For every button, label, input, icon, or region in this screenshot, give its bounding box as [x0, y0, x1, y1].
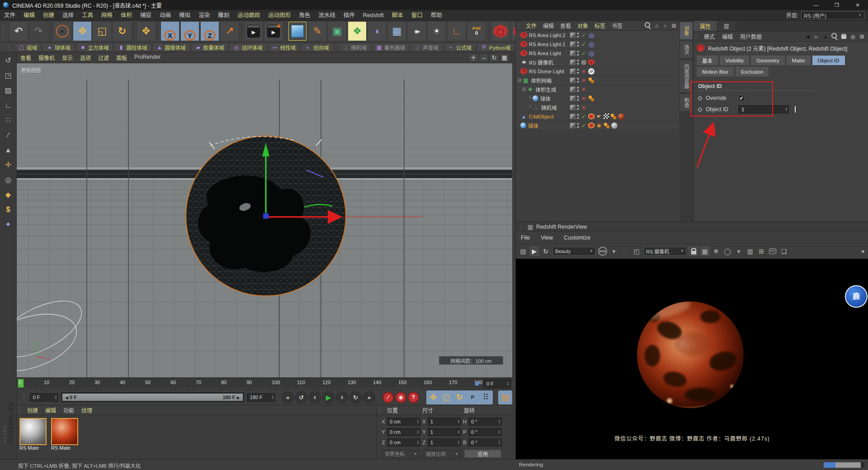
toolbar-button[interactable] [93, 21, 112, 41]
palette-tool-icon[interactable] [3, 130, 14, 141]
toolbar-button[interactable] [137, 21, 156, 41]
layer-tag[interactable] [570, 60, 576, 65]
coords-grip[interactable] [378, 407, 382, 414]
viewport-nav-icon[interactable] [469, 54, 478, 62]
side-tab[interactable]: 内容浏览器 [679, 60, 693, 93]
toolbar-button[interactable] [328, 21, 347, 41]
section-header[interactable]: Object ID [698, 83, 816, 91]
rv-tool-icon[interactable] [530, 247, 539, 256]
menu-item[interactable]: 文件 [0, 10, 19, 21]
toolbar-button[interactable] [447, 21, 466, 41]
object-tag-icon[interactable] [588, 122, 594, 129]
position-field[interactable]: 0 cm [387, 438, 420, 446]
coordinate-system-select[interactable]: 世界坐标▼ [382, 450, 420, 458]
side-tab[interactable]: 对象 [679, 22, 693, 40]
materials-menu-item[interactable]: 编辑 [42, 406, 60, 414]
menu-item[interactable]: 捕捉 [136, 10, 156, 21]
layer-tag[interactable] [570, 123, 576, 128]
object-name[interactable]: 球体 [528, 122, 538, 129]
palette-tool-icon[interactable] [3, 219, 14, 230]
menu-item[interactable]: 雕刻 [214, 10, 233, 21]
object-tag-icon[interactable] [588, 50, 594, 56]
palette-tool-icon[interactable] [3, 85, 14, 96]
object-name[interactable]: 随机域 [541, 104, 557, 111]
field-button[interactable]: 线性域 [268, 43, 300, 52]
field-button[interactable]: 圆锥体域 [153, 43, 190, 52]
view-label[interactable]: 透视视图 [21, 66, 41, 75]
object-tag-icon[interactable] [604, 122, 610, 129]
toolbar-button[interactable] [467, 21, 486, 41]
enable-state-icon[interactable] [580, 122, 587, 129]
toolbar-button[interactable]: Z [200, 21, 219, 41]
rv-tool-icon[interactable] [598, 247, 607, 256]
record-button[interactable] [382, 392, 394, 403]
transport-button[interactable] [349, 391, 362, 404]
field-button[interactable]: 声音域 [410, 43, 443, 52]
visibility-dots[interactable] [577, 122, 579, 128]
object-name[interactable]: RS Area Light.2 [529, 33, 566, 38]
object-row[interactable]: RS Dome Light [516, 67, 679, 76]
visibility-dots[interactable] [577, 113, 579, 119]
scale-mode-select[interactable]: 缩放比例▼ [423, 450, 461, 458]
visibility-dots[interactable] [577, 86, 579, 92]
layer-tag[interactable] [570, 51, 576, 56]
position-field[interactable]: 0 cm [387, 428, 420, 436]
rotation-field[interactable]: 0 ° [468, 418, 502, 426]
toolbar-overflow-chevron[interactable]: » [861, 248, 868, 254]
menu-item[interactable]: 运动图形 [264, 10, 295, 21]
record-channel-button[interactable] [467, 391, 479, 404]
menu-item[interactable]: 运动跟踪 [233, 10, 264, 21]
object-tag-icon[interactable] [611, 122, 618, 129]
field-button[interactable]: 球体域 [42, 43, 75, 52]
attrs-tool-icon[interactable] [849, 33, 856, 40]
menu-item[interactable]: 创建 [39, 10, 58, 21]
viewport-menu-item[interactable]: 选项 [76, 54, 94, 61]
ruler-ticks[interactable]: 0102030405060708090100110120130140150160… [17, 378, 482, 390]
range-end-marker[interactable] [475, 382, 479, 385]
rotation-field[interactable]: 0 ° [468, 438, 502, 446]
rv-tool-icon[interactable] [700, 247, 709, 256]
om-menu-item[interactable]: 文件 [523, 22, 540, 29]
object-name[interactable]: C4dObject [529, 114, 553, 119]
viewport-menu-item[interactable]: ProRender [131, 54, 164, 61]
attrs-tool-icon[interactable] [840, 33, 847, 40]
object-row[interactable]: ⊟ 体积生成 [516, 85, 679, 94]
object-tag-icon[interactable] [588, 32, 594, 38]
object-row[interactable]: RS Area Light [516, 49, 679, 58]
attribute-tab-button[interactable]: 基本 [696, 55, 718, 66]
rv-tool-icon[interactable] [609, 247, 618, 256]
object-row[interactable]: RS Area Light.2 [516, 31, 679, 40]
timeline-solo-button[interactable] [499, 391, 511, 404]
toolbar-button[interactable] [73, 21, 92, 41]
om-tool-icon[interactable] [653, 22, 660, 29]
palette-tool-icon[interactable] [3, 145, 14, 155]
field-button[interactable]: 组域 [14, 43, 41, 52]
attrs-menu-item[interactable]: 模式 [700, 33, 718, 40]
toolbar-grip[interactable] [2, 24, 5, 39]
transport-button[interactable] [295, 391, 307, 404]
visibility-dots[interactable] [577, 68, 579, 74]
om-menu-item[interactable]: 对象 [574, 22, 591, 29]
transport-button[interactable] [363, 391, 375, 404]
object-row[interactable]: C4dObject [516, 112, 679, 121]
layer-tag[interactable] [570, 87, 576, 92]
attrs-menu-item[interactable]: 用户数据 [736, 33, 765, 40]
object-name[interactable]: RS Area Light.1 [529, 42, 566, 47]
record-channel-button[interactable] [427, 391, 439, 404]
keyframe-dot-icon[interactable] [698, 108, 702, 112]
visibility-dots[interactable] [577, 77, 579, 83]
object-row[interactable]: └ 随机域 [516, 103, 679, 112]
field-button[interactable]: 随机域 [339, 43, 371, 52]
menu-item[interactable]: 体积 [117, 10, 136, 21]
expand-toggle[interactable]: └ [528, 96, 532, 101]
position-field[interactable]: 0 cm [387, 418, 420, 426]
object-name[interactable]: RS Dome Light [529, 69, 564, 74]
menu-item[interactable]: 帮助 [427, 10, 446, 21]
viewport-menu-item[interactable]: 查看 [17, 54, 35, 61]
objectid-input[interactable]: 1 [738, 105, 789, 113]
visibility-dots[interactable] [577, 41, 579, 47]
rv-tool-icon[interactable] [689, 247, 698, 256]
attrs-tool-icon[interactable] [859, 33, 865, 40]
layer-tag[interactable] [570, 114, 576, 119]
attribute-tab-button[interactable]: Motion Blur [696, 66, 734, 77]
